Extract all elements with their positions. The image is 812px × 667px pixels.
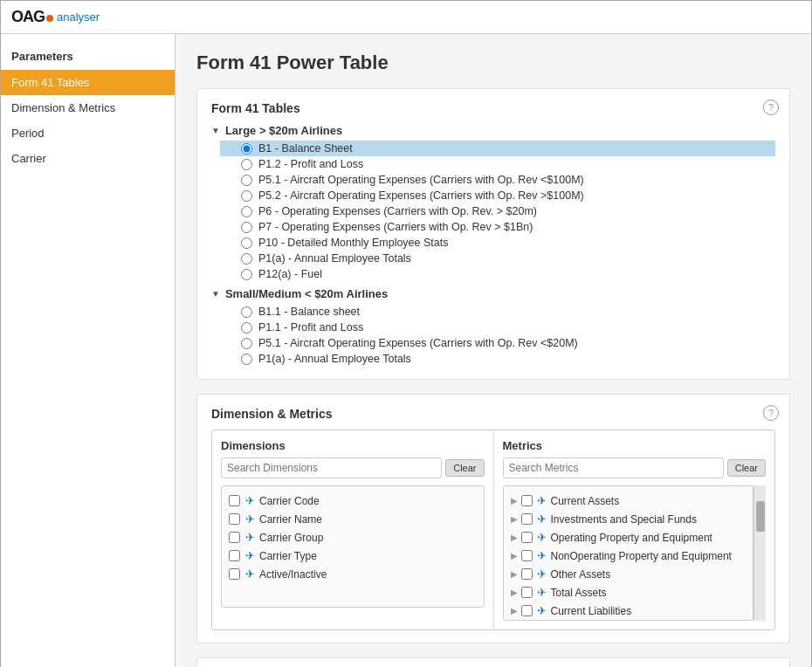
checkbox-carriercode[interactable]: [229, 495, 240, 506]
expand-icon-totalassets[interactable]: ▶: [511, 588, 518, 597]
sidebar-header: Parameters: [1, 43, 175, 70]
plane-icon-noproperty: ✈: [537, 549, 547, 562]
plane-icon-currentassets: ✈: [537, 494, 547, 507]
sidebar: Parameters Form 41 Tables Dimension & Me…: [1, 34, 175, 667]
tree-item-p12a[interactable]: P12(a) - Fuel: [220, 266, 775, 282]
tree-item-p12[interactable]: P1.2 - Profit and Loss: [220, 156, 775, 172]
expand-icon-investments[interactable]: ▶: [511, 514, 518, 524]
checkbox-totalassets[interactable]: [521, 587, 533, 598]
tree-item-p51b[interactable]: P5.2 - Aircraft Operating Expenses (Carr…: [220, 188, 775, 203]
metric-label-otherassets: Other Assets: [551, 568, 611, 581]
metric-item-oproperty[interactable]: ▶ ✈ Operating Property and Equipment: [507, 528, 750, 547]
radio-p1a[interactable]: [241, 253, 252, 265]
radio-sb11[interactable]: [241, 306, 252, 318]
label-sb11: B1.1 - Balance sheet: [258, 306, 360, 318]
label-p51a: P5.1 - Aircraft Operating Expenses (Carr…: [258, 174, 584, 186]
metric-item-investments[interactable]: ▶ ✈ Investments and Special Funds: [507, 510, 750, 528]
dim-item-activeinactive[interactable]: ✈ Active/Inactive: [225, 565, 480, 583]
checkbox-otherassets[interactable]: [521, 568, 533, 580]
radio-p12a[interactable]: [241, 269, 252, 280]
clear-metrics-button[interactable]: Clear: [727, 459, 766, 477]
radio-p6[interactable]: [241, 206, 252, 217]
metric-label-noproperty: NonOperating Property and Equipment: [551, 550, 732, 562]
dim-item-carriertype[interactable]: ✈ Carrier Type: [225, 547, 480, 565]
sidebar-item-carrier[interactable]: Carrier: [1, 146, 175, 171]
page-title: Form 41 Power Table: [196, 52, 790, 74]
metrics-label: Metrics: [503, 439, 767, 452]
content-area: Form 41 Power Table Form 41 Tables ? ▼ L…: [175, 34, 811, 667]
dim-item-carriername[interactable]: ✈ Carrier Name: [225, 510, 480, 528]
checkbox-investments[interactable]: [521, 513, 533, 525]
tree-item-sp11[interactable]: P1.1 - Profit and Loss: [220, 320, 775, 335]
checkbox-currentassets[interactable]: [521, 495, 533, 506]
radio-sp51[interactable]: [241, 338, 252, 349]
plane-icon-activeinactive: ✈: [245, 567, 255, 581]
metric-item-noproperty[interactable]: ▶ ✈ NonOperating Property and Equipment: [507, 547, 750, 565]
radio-p7[interactable]: [241, 222, 252, 233]
checkbox-noproperty[interactable]: [521, 550, 533, 561]
radio-p10[interactable]: [241, 237, 252, 249]
sidebar-item-dimensionmetrics[interactable]: Dimension & Metrics: [1, 95, 175, 120]
metrics-list: ▶ ✈ Current Assets ▶ ✈ Investments and: [503, 485, 754, 621]
tree-item-sp1a[interactable]: P1(a) - Annual Employee Totals: [220, 351, 775, 367]
large-group-header[interactable]: ▼ Large > $20m Airlines: [211, 124, 775, 137]
metric-label-investments: Investments and Special Funds: [551, 513, 697, 526]
sidebar-item-period[interactable]: Period: [1, 120, 175, 146]
radio-p51a[interactable]: [241, 175, 252, 186]
dimmetrics-section-title: Dimension & Metrics: [211, 407, 775, 421]
metric-item-otherassets[interactable]: ▶ ✈ Other Assets: [507, 565, 750, 583]
radio-sp11[interactable]: [241, 322, 252, 334]
expand-icon-otherassets[interactable]: ▶: [511, 569, 518, 579]
expand-icon-noproperty[interactable]: ▶: [511, 551, 518, 560]
tree-item-p10[interactable]: P10 - Detailed Monthly Employee Stats: [220, 235, 775, 251]
tree-item-p1a[interactable]: P1(a) - Annual Employee Totals: [220, 251, 775, 266]
checkbox-oproperty[interactable]: [521, 532, 533, 543]
expand-icon-currentassets[interactable]: ▶: [511, 496, 518, 505]
dimensions-col: Dimensions Clear ✈ Carrier Code: [212, 430, 494, 629]
label-sp11: P1.1 - Profit and Loss: [258, 321, 363, 334]
label-p12: P1.2 - Profit and Loss: [258, 158, 363, 170]
radio-sp1a[interactable]: [241, 354, 252, 365]
small-group: ▼ Small/Medium < $20m Airlines B1.1 - Ba…: [211, 287, 775, 367]
dim-item-carriercode[interactable]: ✈ Carrier Code: [225, 492, 480, 510]
checkbox-carriername[interactable]: [229, 513, 240, 525]
search-metrics-input[interactable]: [503, 457, 724, 478]
tree-item-p6[interactable]: P6 - Operating Expenses (Carriers with O…: [220, 203, 775, 219]
metric-item-currentliab[interactable]: ▶ ✈ Current Liabilities: [507, 602, 750, 620]
dimmetrics-container: Dimensions Clear ✈ Carrier Code: [211, 430, 775, 630]
scroll-thumb[interactable]: [756, 501, 765, 532]
search-dimensions-input[interactable]: [221, 457, 442, 478]
plane-icon-carriername: ✈: [245, 512, 255, 526]
metric-item-currentassets[interactable]: ▶ ✈ Current Assets: [507, 492, 750, 510]
metric-item-totalassets[interactable]: ▶ ✈ Total Assets: [507, 583, 750, 602]
metric-label-totalassets: Total Assets: [551, 587, 607, 599]
metrics-scrollbar[interactable]: [754, 485, 766, 621]
dimmetrics-help-icon[interactable]: ?: [763, 405, 779, 421]
tree-item-p7[interactable]: P7 - Operating Expenses (Carriers with O…: [220, 219, 775, 235]
expand-icon-oproperty[interactable]: ▶: [511, 533, 518, 542]
form41-help-icon[interactable]: ?: [763, 100, 779, 115]
tree-item-sb11[interactable]: B1.1 - Balance sheet: [220, 304, 775, 320]
label-p10: P10 - Detailed Monthly Employee Stats: [258, 237, 448, 249]
checkbox-carriergroup[interactable]: [229, 532, 240, 543]
expand-icon-currentliab[interactable]: ▶: [511, 606, 518, 615]
metric-item-noncurrliab[interactable]: ▶ ✈ NonCurrrent Liabilities: [507, 620, 750, 621]
checkbox-activeinactive[interactable]: [229, 568, 240, 580]
logo: OAG: [11, 8, 55, 26]
radio-p51b[interactable]: [241, 190, 252, 202]
radio-b1[interactable]: [241, 143, 252, 155]
checkbox-currentliab[interactable]: [521, 605, 533, 616]
analyser-label: analyser: [57, 10, 100, 24]
large-group-label: Large > $20m Airlines: [225, 124, 342, 137]
checkbox-carriertype[interactable]: [229, 550, 240, 561]
clear-dimensions-button[interactable]: Clear: [445, 459, 484, 477]
small-group-header[interactable]: ▼ Small/Medium < $20m Airlines: [211, 287, 775, 300]
dim-item-carriergroup[interactable]: ✈ Carrier Group: [225, 528, 480, 547]
tree-item-sp51[interactable]: P5.1 - Aircraft Operating Expenses (Carr…: [220, 335, 775, 351]
label-p7: P7 - Operating Expenses (Carriers with O…: [258, 221, 533, 233]
plane-icon-oproperty: ✈: [537, 531, 547, 544]
sidebar-item-form41tables[interactable]: Form 41 Tables: [1, 70, 175, 95]
radio-p12[interactable]: [241, 159, 252, 170]
tree-item-p51a[interactable]: P5.1 - Aircraft Operating Expenses (Carr…: [220, 172, 775, 188]
tree-item-b1[interactable]: B1 - Balance Sheet: [220, 141, 775, 156]
